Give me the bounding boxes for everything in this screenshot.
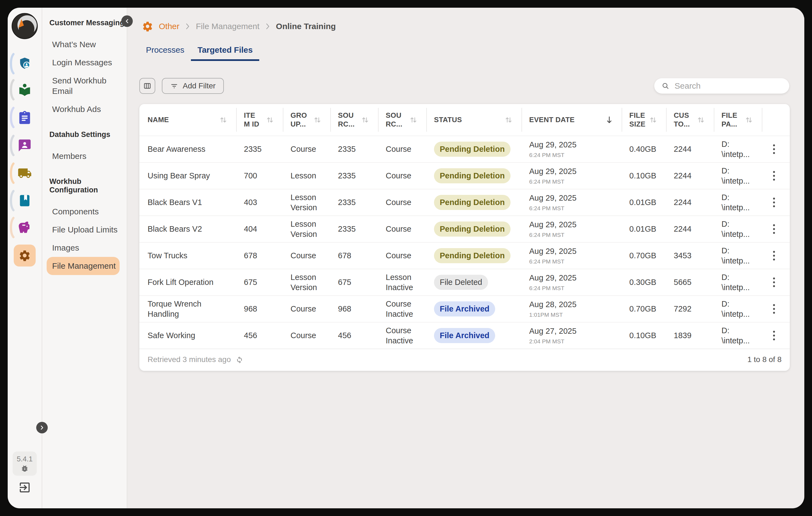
screen-background: 5.4.1 Customer Messaging What’s New Logi…: [0, 0, 812, 516]
cell-file-size: 0.70GB: [629, 304, 656, 314]
cell-source-id: 2335: [338, 171, 356, 181]
sidebar-item-images[interactable]: Images: [49, 239, 121, 257]
sidebar-item-workhub-ads[interactable]: Workhub Ads: [49, 100, 121, 118]
sidebar-item-members[interactable]: Members: [49, 147, 121, 165]
cell-source-type: Course Inactive: [386, 326, 423, 346]
table-row[interactable]: Torque Wrench Handling 968 Course 968 Co…: [139, 295, 790, 322]
rail-item-handbook[interactable]: [17, 193, 32, 208]
sort-icon[interactable]: [505, 116, 512, 124]
cell-customer: 5665: [674, 277, 692, 287]
status-badge: Pending Deletion: [434, 221, 511, 236]
notch-indicator: [9, 135, 15, 157]
piggy-bank-icon: [18, 220, 32, 235]
sidebar-item-label: Workhub Ads: [52, 105, 101, 114]
column-header[interactable]: CUSTO...: [666, 104, 714, 136]
column-header[interactable]: SOURC...: [330, 104, 378, 136]
column-header[interactable]: GROUP...: [283, 104, 330, 136]
cell-file-size: 0.40GB: [629, 144, 656, 154]
cell-item-id: 2335: [244, 144, 262, 154]
cell-event-time: 6:24 PM MST: [529, 232, 564, 239]
sidebar-item-send-workhub-email[interactable]: Send Workhub Email: [49, 72, 121, 100]
column-header[interactable]: STATUS: [426, 104, 521, 136]
rail-item-settings-active[interactable]: [14, 245, 36, 267]
sort-icon[interactable]: [410, 116, 417, 124]
sort-icon[interactable]: [606, 116, 612, 124]
expand-rail-button[interactable]: [36, 422, 48, 433]
column-header-label: SOURC...: [386, 111, 402, 128]
table-row[interactable]: Tow Trucks 678 Course 678 Course Pending…: [139, 242, 790, 269]
collapse-sidebar-button[interactable]: [121, 16, 133, 27]
version-box[interactable]: 5.4.1: [12, 452, 37, 476]
sort-icon[interactable]: [266, 116, 273, 124]
row-menu-button[interactable]: [770, 275, 778, 290]
cell-event-time: 2:04 PM MST: [529, 338, 564, 345]
row-menu-button[interactable]: [770, 221, 778, 237]
add-filter-button[interactable]: Add Filter: [162, 78, 224, 94]
sort-icon[interactable]: [745, 116, 752, 124]
column-header[interactable]: FILESIZE: [621, 104, 666, 136]
table-row[interactable]: Black Bears V2 404 Lesson Version 2335 C…: [139, 215, 790, 242]
sidebar-section-header: Datahub Settings: [49, 130, 127, 139]
cell-file-path-2: \intetp...: [722, 176, 750, 186]
sidebar-item-components[interactable]: Components: [49, 202, 121, 221]
cell-file-path: D:: [722, 139, 729, 149]
sidebar-item-login-messages[interactable]: Login Messages: [49, 54, 121, 72]
cell-file-size: 0.01GB: [629, 224, 656, 234]
row-menu-button[interactable]: [770, 328, 778, 343]
table-row[interactable]: Black Bears V1 403 Lesson Version 2335 C…: [139, 189, 790, 215]
sort-icon[interactable]: [649, 116, 657, 124]
sidebar-item-file-management[interactable]: File Management: [47, 257, 120, 275]
rail-item-messaging[interactable]: [17, 138, 32, 153]
cell-event-date: Aug 29, 2025: [529, 220, 577, 229]
table-row[interactable]: Using Bear Spray 700 Lesson 2335 Course …: [139, 162, 790, 189]
table-footer: Retrieved 3 minutes ago 1 to 8 of 8: [139, 349, 790, 370]
sort-icon[interactable]: [697, 116, 704, 124]
status-badge: File Deleted: [434, 275, 488, 290]
row-menu-button[interactable]: [770, 195, 778, 210]
column-header[interactable]: NAME: [148, 104, 236, 136]
column-header[interactable]: [762, 104, 790, 136]
sidebar-item-what-s-new[interactable]: What’s New: [49, 35, 121, 54]
breadcrumb-file-management[interactable]: File Management: [196, 22, 260, 31]
cell-item-id: 456: [244, 330, 257, 340]
table-row[interactable]: Fork Lift Operation 675 Lesson Version 6…: [139, 269, 790, 295]
rail-item-library[interactable]: [17, 82, 32, 98]
column-header[interactable]: SOURC...: [378, 104, 426, 136]
row-menu-button[interactable]: [770, 168, 778, 183]
sort-both-icon: [266, 116, 273, 124]
sort-icon[interactable]: [220, 116, 227, 124]
rail-item-shipping[interactable]: [17, 165, 32, 181]
sidebar-section: Workhub Configuration Components File Up…: [49, 177, 127, 275]
table-row[interactable]: Safe Working 456 Course 456 Course Inact…: [139, 322, 790, 349]
cell-source-id: 675: [338, 277, 351, 287]
search-input[interactable]: [674, 81, 786, 91]
sort-icon[interactable]: [314, 116, 321, 124]
sort-icon[interactable]: [361, 116, 369, 124]
tab-targeted-files[interactable]: Targeted Files: [191, 45, 259, 61]
sidebar-item-file-upload-limits[interactable]: File Upload Limits: [49, 221, 121, 239]
app-logo[interactable]: [11, 12, 38, 39]
breadcrumb-other[interactable]: Other: [159, 22, 179, 31]
column-header[interactable]: EVENT DATE: [521, 104, 621, 136]
rail-item-savings[interactable]: [17, 220, 32, 235]
row-menu-button[interactable]: [770, 301, 778, 317]
retrieved-label: Retrieved 3 minutes ago: [148, 355, 231, 364]
rail-item-security[interactable]: [17, 56, 32, 71]
cell-customer: 2244: [674, 144, 692, 154]
column-header[interactable]: ITEM ID: [236, 104, 283, 136]
rail-item-assignments[interactable]: [17, 110, 32, 125]
table-row[interactable]: Bear Awareness 2335 Course 2335 Course P…: [139, 136, 790, 162]
column-header-label: SOURC...: [338, 111, 355, 128]
cell-source-id: 456: [338, 330, 351, 340]
cell-source-id: 678: [338, 251, 351, 261]
version-label: 5.4.1: [17, 455, 33, 463]
tab-processes[interactable]: Processes: [139, 45, 191, 61]
reading-person-icon: [18, 83, 32, 97]
cell-name: Tow Trucks: [148, 251, 187, 261]
column-header[interactable]: FILEPA...: [714, 104, 762, 136]
columns-button[interactable]: [139, 78, 155, 94]
logout-button[interactable]: [18, 480, 32, 495]
row-menu-button[interactable]: [770, 142, 778, 157]
refresh-button[interactable]: [235, 355, 244, 364]
row-menu-button[interactable]: [770, 248, 778, 263]
